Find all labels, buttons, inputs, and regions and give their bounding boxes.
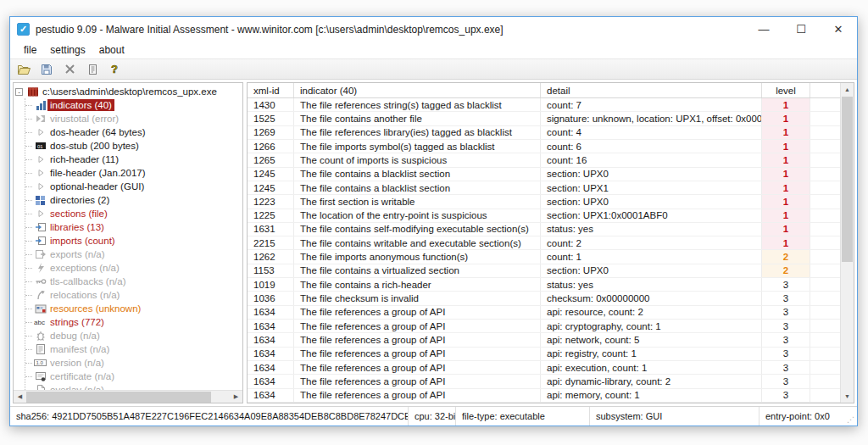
tree-item-version[interactable]: 1.0version (n/a) [14,356,242,370]
table-row[interactable]: 1634The file references a group of APIap… [248,306,840,320]
report-icon[interactable] [85,62,100,77]
table-row[interactable]: 1634The file references a group of APIap… [248,389,840,403]
export-icon [33,248,47,260]
table-row[interactable]: 1223The first section is writablesection… [248,195,840,209]
table-row[interactable]: 1634The file references a group of APIap… [248,348,840,361]
scroll-right-icon[interactable]: ▶ [230,393,242,400]
save-icon[interactable] [39,62,54,77]
grid-body: 1430The file references string(s) tagged… [248,98,840,403]
scroll-down-icon[interactable]: ▼ [841,390,854,403]
cell-filler [810,264,840,277]
tree-root-item[interactable]: - c:\users\admin\desktop\remcos_upx.exe [14,85,242,98]
tree-item-imports[interactable]: imports (count) [14,234,242,248]
table-row[interactable]: 1036The file checksum is invalidchecksum… [248,292,840,305]
table-row[interactable]: 1245The file contains a blacklist sectio… [248,168,840,181]
tree-item-optional-header[interactable]: optional-header (GUI) [14,180,242,193]
tree-item-rich-header[interactable]: rich-header (11) [14,153,242,166]
svg-text:abc: abc [34,319,45,326]
tree-item-manifest[interactable]: manifest (n/a) [14,342,242,356]
tree-item-debug[interactable]: debug (n/a) [14,329,242,342]
scrollbar-thumb[interactable] [26,392,211,403]
scroll-left-icon[interactable]: ◀ [14,393,26,400]
table-row[interactable]: 1265The count of imports is suspiciousco… [248,153,840,167]
tree-item-strings[interactable]: abcstrings (772) [14,315,242,329]
table-row[interactable]: 1262The file imports anonymous function(… [248,250,840,264]
table-row[interactable]: 1245The file contains a blacklist sectio… [248,181,840,195]
tree-item-exceptions[interactable]: exceptions (n/a) [14,261,242,275]
table-row[interactable]: 1266The file imports symbol(s) tagged as… [248,140,840,153]
table-row[interactable]: 1525The file contains another filesignat… [248,112,840,125]
cell-xml-id: 1019 [248,278,294,291]
table-row[interactable]: 1225The location of the entry-point is s… [248,209,840,223]
scroll-up-icon[interactable]: ▲ [841,83,854,96]
cell-level: 1 [762,195,810,208]
scrollbar-thumb[interactable] [842,97,853,262]
table-row[interactable]: 1269The file references library(ies) tag… [248,126,840,140]
table-row[interactable]: 1153The file contains a virtualized sect… [248,264,840,278]
directories-grid-icon [33,194,47,206]
cell-indicator: The file references a group of API [294,361,541,374]
tree-item-virustotal[interactable]: virustotal (error) [14,112,242,125]
tree-item-indicators[interactable]: indicators (40) [14,98,242,112]
cell-indicator: The location of the entry-point is suspi… [294,209,541,222]
tree-connector-line [25,146,32,147]
maximize-button[interactable]: ☐ [782,17,820,42]
tree-item-label: sections (file) [47,208,110,220]
menu-about[interactable]: about [92,44,131,56]
close-button[interactable]: ✕ [820,17,857,42]
column-header-xml-id[interactable]: xml-id [248,83,294,97]
tree-item-sections[interactable]: sections (file) [14,207,242,220]
minimize-button[interactable]: — [745,17,782,42]
cell-indicator: The file contains a blacklist section [294,168,541,181]
window-title: pestudio 9.09 - Malware Initial Assessme… [36,24,745,36]
cell-indicator: The file references a group of API [294,306,541,319]
tree-item-label: exceptions (n/a) [47,262,122,274]
open-file-icon[interactable] [16,62,31,77]
cell-level: 3 [762,348,810,360]
menu-settings[interactable]: settings [43,44,92,56]
tree-view: - c:\users\admin\desktop\remcos_upx.exe … [14,83,242,390]
table-row[interactable]: 1019The file contains a rich-headerstatu… [248,278,840,292]
menu-file[interactable]: file [17,44,43,56]
expand-arrow-icon [33,208,47,220]
tree-item-dos-stub[interactable]: 01dos-stub (200 bytes) [14,139,242,153]
cell-level: 3 [762,320,810,332]
table-row[interactable]: 1634The file references a group of APIap… [248,320,840,333]
tree-item-exports[interactable]: exports (n/a) [14,248,242,261]
tree-item-resources[interactable]: resources (unknown) [14,302,242,315]
pestudio-window: ✓ pestudio 9.09 - Malware Initial Assess… [9,16,858,426]
tree-item-file-header[interactable]: file-header (Jan.2017) [14,166,242,180]
column-header-level[interactable]: level [762,83,810,97]
tree-connector-line [25,295,32,296]
tree-item-overlay[interactable]: overlay (n/a) [14,383,242,390]
column-header-indicator[interactable]: indicator (40) [294,83,541,97]
tree-item-relocations[interactable]: relocations (n/a) [14,288,242,302]
table-vertical-scrollbar[interactable]: ▲ ▼ [840,83,854,403]
table-row[interactable]: 1634The file references a group of APIap… [248,375,840,388]
collapse-box-icon[interactable]: - [15,88,23,96]
pestudio-package-icon [25,86,40,97]
table-row[interactable]: 1634The file references a group of APIap… [248,333,840,347]
tree-item-tls-callbacks[interactable]: tls-callbacks (n/a) [14,275,242,288]
tree-item-label: version (n/a) [47,357,107,369]
tree-item-directories[interactable]: directories (2) [14,193,242,207]
tree-item-dos-header[interactable]: dos-header (64 bytes) [14,125,242,139]
tree-item-libraries[interactable]: libraries (13) [14,220,242,234]
column-header-detail[interactable]: detail [541,83,762,97]
tree-horizontal-scrollbar[interactable]: ◀ ▶ [14,390,242,403]
cell-indicator: The file contains a blacklist section [294,181,541,194]
table-row[interactable]: 2215The file contains writable and execu… [248,236,840,250]
table-row[interactable]: 1634The file references a group of APIap… [248,361,840,375]
bug-icon [33,330,47,342]
table-row[interactable]: 1430The file references string(s) tagged… [248,98,840,112]
resize-grip[interactable]: ⋰ [847,415,855,424]
cell-level: 1 [762,181,810,194]
help-icon[interactable]: ? [108,62,123,77]
delete-icon[interactable] [62,62,77,77]
tree-item-certificate[interactable]: certificate (n/a) [14,370,242,383]
cell-detail: api: memory, count: 1 [541,389,762,402]
expand-arrow-icon [33,126,47,138]
status-segment-cpu: cpu: 32-bit [409,407,456,426]
table-row[interactable]: 1631The file contains self-modifying exe… [248,223,840,236]
tree-connector-line [25,119,32,120]
